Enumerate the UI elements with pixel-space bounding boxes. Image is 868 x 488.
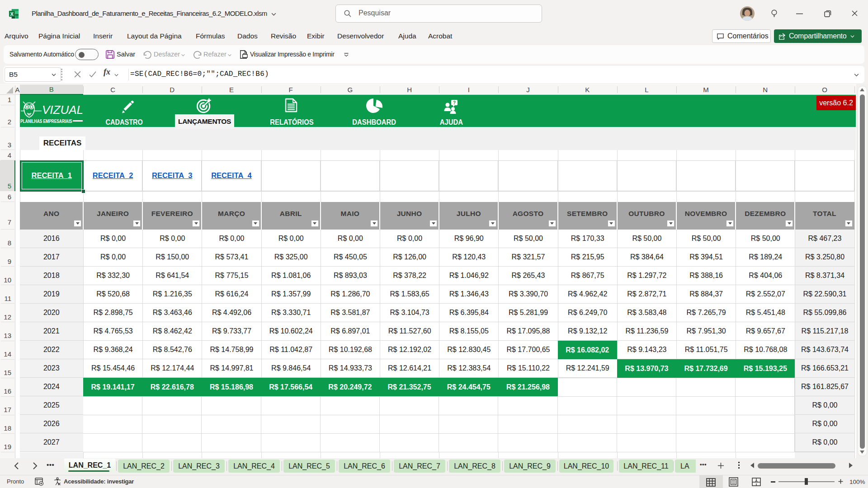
- svg-text:VIZUAL: VIZUAL: [42, 103, 83, 116]
- svg-text:?: ?: [453, 100, 456, 105]
- svg-text:X: X: [10, 11, 14, 17]
